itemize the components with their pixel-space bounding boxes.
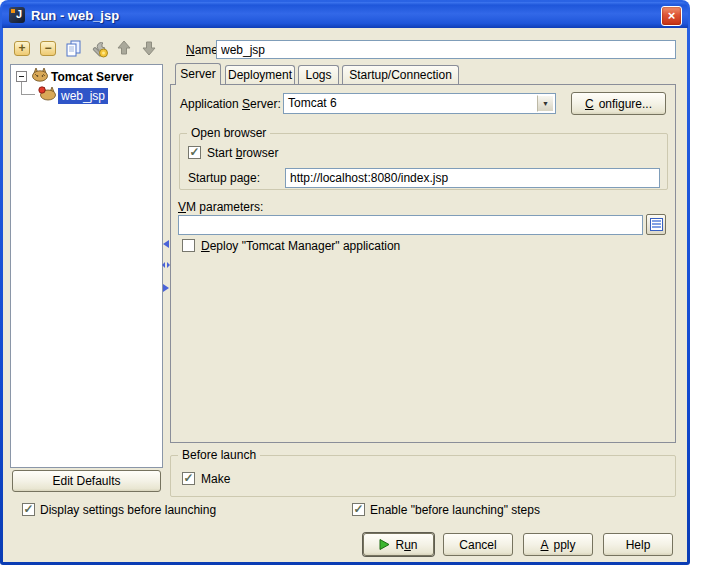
intellij-logo-icon: J: [9, 7, 25, 23]
title-bar[interactable]: J Run - web_jsp ×: [2, 2, 688, 28]
make-label: Make: [201, 472, 230, 486]
display-settings-label: Display settings before launching: [40, 503, 216, 517]
run-play-icon: [379, 539, 390, 550]
help-button[interactable]: Help: [603, 533, 673, 556]
splitter-collapse-right-icon[interactable]: [162, 284, 170, 292]
make-checkbox[interactable]: ✓: [182, 472, 195, 485]
close-button[interactable]: ×: [661, 6, 682, 26]
tree-item-web-jsp[interactable]: web_jsp: [58, 88, 108, 104]
splitter-resize-icon[interactable]: [162, 261, 170, 269]
apply-button[interactable]: Apply: [523, 533, 593, 556]
application-server-value: Tomcat 6: [288, 96, 337, 110]
window-title: Run - web_jsp: [31, 8, 119, 23]
cancel-button[interactable]: Cancel: [443, 533, 513, 556]
edit-defaults-toolbar-button[interactable]: [90, 40, 108, 57]
arrow-down-icon: [141, 40, 157, 56]
copy-icon: [65, 40, 83, 57]
copy-configuration-button[interactable]: [65, 40, 83, 57]
wrench-icon: [90, 40, 109, 58]
tree-connector: [21, 82, 22, 94]
tab-logs[interactable]: Logs: [298, 65, 339, 85]
chevron-down-icon[interactable]: ▼: [537, 95, 554, 112]
run-button[interactable]: Run: [363, 533, 434, 556]
arrow-up-icon: [116, 40, 132, 56]
screenshot-canvas: J Run - web_jsp × + −: [0, 0, 726, 570]
before-launch-group: Before launch: [170, 455, 676, 497]
display-settings-checkbox[interactable]: ✓: [22, 503, 35, 516]
vm-parameters-input[interactable]: [178, 215, 643, 235]
startup-page-label: Startup page:: [188, 171, 260, 185]
remove-configuration-button[interactable]: −: [40, 41, 56, 56]
tomcat-run-config-icon: [38, 86, 57, 101]
expand-editor-icon: [650, 218, 663, 231]
edit-defaults-button[interactable]: Edit Defaults: [12, 470, 161, 492]
tomcat-icon: [31, 68, 49, 82]
move-up-button[interactable]: [116, 40, 134, 57]
application-server-label: Application Server:: [180, 97, 281, 111]
configure-button[interactable]: Configure...: [571, 92, 666, 115]
run-button-label: Run: [395, 538, 417, 552]
before-launch-group-title: Before launch: [178, 448, 260, 462]
minus-icon: [19, 76, 24, 77]
tree-collapse-expander[interactable]: [16, 71, 27, 82]
tab-startup-connection[interactable]: Startup/Connection: [342, 65, 459, 85]
deploy-tomcat-manager-label: Deploy "Tomcat Manager" application: [201, 239, 400, 253]
deploy-tomcat-manager-checkbox[interactable]: [182, 239, 195, 252]
open-browser-group-title: Open browser: [187, 126, 270, 140]
configurations-tree[interactable]: Tomcat Server web_jsp: [10, 64, 163, 468]
tree-connector: [21, 94, 35, 95]
move-down-button[interactable]: [141, 40, 159, 57]
name-input[interactable]: [216, 40, 676, 59]
enable-before-launching-checkbox[interactable]: ✓: [352, 503, 365, 516]
vm-parameters-label: VM parameters:: [178, 200, 263, 214]
splitter-collapse-left-icon[interactable]: [162, 240, 170, 248]
plus-icon: +: [18, 41, 25, 55]
tab-server[interactable]: Server: [175, 63, 221, 85]
minus-icon: −: [44, 41, 51, 55]
enable-before-launching-label: Enable "before launching" steps: [370, 503, 540, 517]
expand-vm-parameters-button[interactable]: [646, 214, 666, 235]
start-browser-checkbox[interactable]: ✓: [188, 146, 201, 159]
add-configuration-button[interactable]: +: [14, 41, 30, 56]
startup-page-input[interactable]: [285, 168, 660, 188]
tree-item-tomcat-server[interactable]: Tomcat Server: [51, 70, 133, 84]
start-browser-label: Start browser: [207, 146, 278, 160]
application-server-combobox[interactable]: Tomcat 6 ▼: [283, 93, 556, 114]
tab-deployment[interactable]: Deployment: [225, 65, 295, 85]
